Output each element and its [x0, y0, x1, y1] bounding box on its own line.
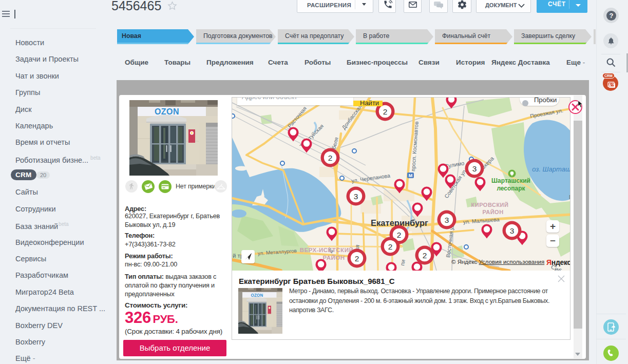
svg-text:2: 2 — [423, 251, 427, 260]
svg-text:2: 2 — [388, 242, 393, 251]
svg-text:2: 2 — [328, 154, 333, 162]
svg-text:пи: пи — [399, 259, 406, 266]
svg-text:КИРОВСКИЙ: КИРОВСКИЙ — [471, 202, 509, 208]
svg-text:П: П — [569, 194, 570, 200]
svg-text:ВЕРХ-ИСЕТСКИЙ: ВЕРХ-ИСЕТСКИЙ — [300, 247, 353, 253]
svg-text:2: 2 — [397, 231, 402, 239]
svg-text:3: 3 — [510, 226, 515, 235]
svg-text:2: 2 — [383, 107, 388, 116]
svg-text:3: 3 — [445, 216, 449, 224]
svg-text:РАЙОН: РАЙОН — [323, 255, 345, 261]
svg-text:3: 3 — [472, 164, 477, 173]
svg-text:РАЙОН: РАЙОН — [482, 209, 503, 215]
svg-text:лесопарк: лесопарк — [497, 185, 525, 192]
svg-text:2: 2 — [355, 254, 359, 263]
svg-text:3: 3 — [354, 192, 358, 201]
svg-text:оз. Шарташ: оз. Шарташ — [532, 165, 570, 173]
svg-text:Шарташский: Шарташский — [491, 177, 530, 184]
svg-text:M: M — [409, 173, 413, 178]
